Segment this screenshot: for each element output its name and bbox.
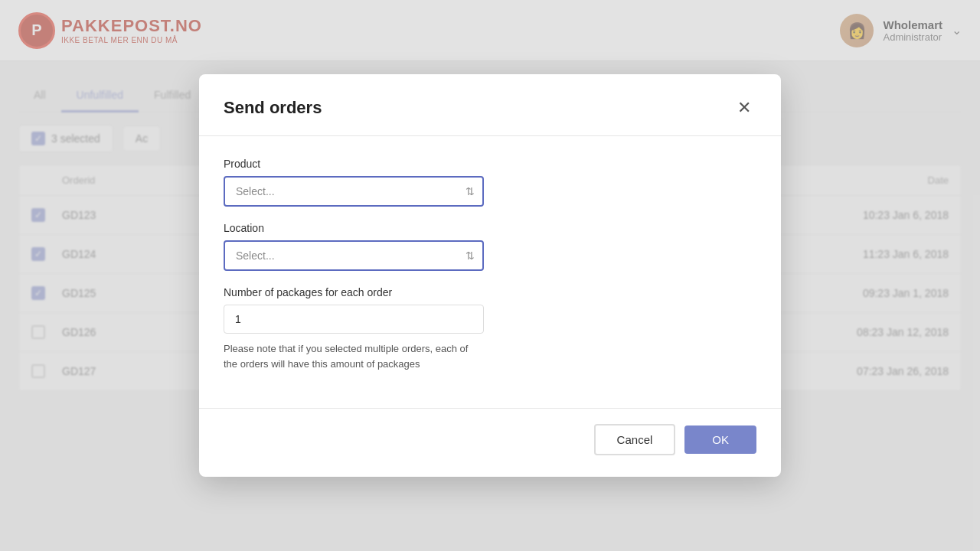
modal-header: Send orders ✕	[199, 74, 781, 136]
product-select-wrapper: Select...	[224, 176, 484, 207]
cancel-button[interactable]: Cancel	[594, 424, 676, 455]
product-group: Product Select...	[224, 158, 756, 207]
modal-overlay: Send orders ✕ Product Select... Location…	[0, 0, 980, 551]
packages-group: Number of packages for each order Please…	[224, 286, 756, 371]
send-orders-modal: Send orders ✕ Product Select... Location…	[199, 74, 781, 477]
location-label: Location	[224, 222, 756, 234]
packages-input[interactable]	[224, 305, 484, 334]
packages-hint: Please note that if you selected multipl…	[224, 341, 484, 371]
location-select[interactable]: Select...	[224, 240, 484, 271]
ok-button[interactable]: OK	[684, 425, 756, 454]
product-label: Product	[224, 158, 756, 170]
modal-title: Send orders	[224, 98, 322, 118]
modal-close-button[interactable]: ✕	[732, 96, 756, 120]
modal-footer: Cancel OK	[199, 408, 781, 477]
packages-label: Number of packages for each order	[224, 286, 756, 298]
modal-body: Product Select... Location Select... Num…	[199, 136, 781, 408]
location-group: Location Select...	[224, 222, 756, 271]
product-select[interactable]: Select...	[224, 176, 484, 207]
location-select-wrapper: Select...	[224, 240, 484, 271]
